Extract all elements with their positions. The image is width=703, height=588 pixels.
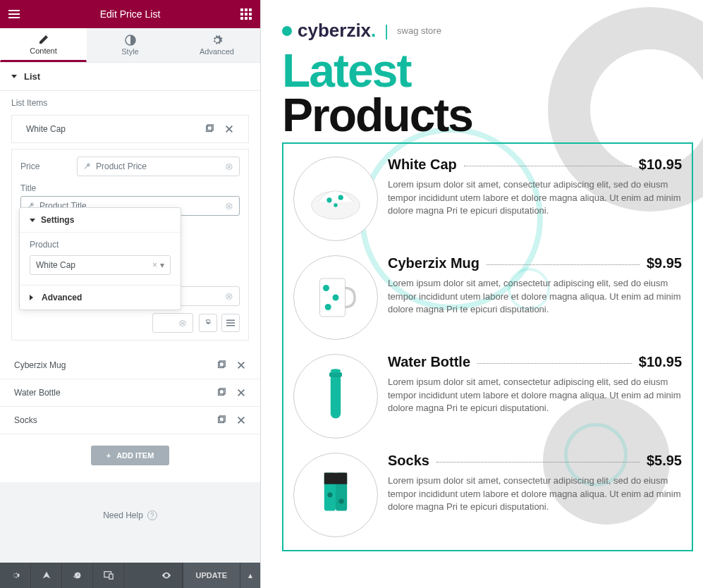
- duplicate-icon[interactable]: [216, 388, 226, 398]
- close-icon[interactable]: [236, 360, 246, 370]
- close-icon[interactable]: [236, 415, 246, 425]
- product-description: Lorem ipsum dolor sit amet, consectetur …: [388, 474, 682, 513]
- duplicate-icon[interactable]: [216, 360, 226, 370]
- responsive-icon[interactable]: [93, 563, 124, 588]
- list-item-socks[interactable]: Socks: [0, 407, 260, 434]
- product-image: [293, 354, 378, 439]
- gear-icon[interactable]: [199, 314, 217, 332]
- duplicate-icon[interactable]: [204, 124, 214, 134]
- brand-name: cyberzix.: [298, 20, 376, 42]
- product-title: White Cap: [388, 157, 457, 173]
- tab-content-label: Content: [30, 47, 57, 55]
- dotted-line: [436, 462, 640, 463]
- tab-advanced[interactable]: Advanced: [173, 28, 260, 62]
- apps-icon[interactable]: [240, 8, 252, 20]
- tab-style[interactable]: Style: [87, 28, 173, 62]
- svg-rect-2: [8, 17, 20, 18]
- wrench-icon: [83, 162, 92, 171]
- product-title: Cyberzix Mug: [388, 255, 479, 271]
- title-label: Title: [20, 183, 77, 193]
- hidden-input-2[interactable]: ⊗: [152, 313, 193, 333]
- svg-rect-10: [245, 17, 247, 20]
- chevron-down-icon: [30, 219, 35, 222]
- contrast-icon: [125, 35, 136, 46]
- svg-rect-16: [226, 320, 235, 321]
- svg-point-33: [333, 295, 339, 301]
- navigator-icon[interactable]: [31, 563, 62, 588]
- price-input[interactable]: Product Price ⊗: [77, 157, 240, 176]
- product-image: [293, 157, 378, 241]
- product-title: Socks: [388, 453, 429, 469]
- product-row: Water Bottle $10.95 Lorem ipsum dolor si…: [283, 347, 692, 446]
- hamburger-icon[interactable]: [8, 8, 20, 20]
- product-select-value: White Cap: [36, 260, 75, 270]
- product-image: [293, 453, 378, 537]
- close-icon[interactable]: [224, 124, 234, 134]
- list-items-label: List Items: [0, 91, 260, 115]
- product-price: $10.95: [639, 354, 682, 370]
- product-select[interactable]: White Cap × ▾: [30, 255, 171, 275]
- svg-rect-40: [324, 473, 347, 484]
- section-list-label: List: [24, 71, 40, 82]
- help-label: Need Help: [103, 510, 143, 520]
- svg-rect-9: [240, 17, 243, 20]
- chevron-right-icon: [30, 295, 36, 300]
- svg-rect-0: [8, 10, 20, 11]
- section-list[interactable]: List: [0, 63, 260, 91]
- list-item-white-cap[interactable]: White Cap: [11, 115, 249, 143]
- history-icon[interactable]: [62, 563, 93, 588]
- product-field-label: Product: [30, 240, 171, 250]
- select-clear-icon[interactable]: ×: [152, 260, 157, 270]
- list-icon[interactable]: [221, 314, 240, 332]
- list-item-label: White Cap: [26, 124, 66, 134]
- settings-icon[interactable]: [0, 563, 31, 588]
- svg-rect-3: [240, 8, 243, 11]
- product-description: Lorem ipsum dolor sit amet, consectetur …: [388, 376, 682, 415]
- tab-advanced-label: Advanced: [200, 47, 234, 56]
- list-item-cyberzix-mug[interactable]: Cyberzix Mug: [0, 352, 260, 379]
- clear-icon[interactable]: ⊗: [178, 317, 187, 329]
- svg-point-34: [325, 304, 331, 310]
- svg-point-29: [338, 195, 343, 200]
- help-icon: ?: [147, 510, 157, 520]
- preview-area: cyberzix. | swag store Latest Products W…: [261, 0, 703, 588]
- add-item-button[interactable]: + ADD ITEM: [91, 446, 170, 465]
- chevron-down-icon[interactable]: ▾: [160, 260, 164, 270]
- product-row: Socks $5.95 Lorem ipsum dolor sit amet, …: [283, 446, 692, 544]
- update-button[interactable]: UPDATE: [183, 563, 240, 588]
- preview-icon[interactable]: [152, 563, 183, 588]
- headline: Latest Products: [282, 49, 703, 137]
- svg-point-30: [334, 204, 337, 207]
- svg-point-41: [327, 493, 332, 498]
- duplicate-icon[interactable]: [216, 415, 226, 425]
- pencil-icon: [38, 34, 49, 45]
- bottom-bar: UPDATE ▴: [0, 563, 260, 588]
- brand: cyberzix. | swag store: [282, 20, 703, 42]
- tab-content[interactable]: Content: [0, 28, 87, 62]
- svg-point-28: [326, 198, 331, 203]
- product-description: Lorem ipsum dolor sit amet, consectetur …: [388, 277, 682, 316]
- item-editor: Price Product Price ⊗ Title Product Titl…: [11, 149, 249, 341]
- close-icon[interactable]: [236, 388, 246, 398]
- popover-settings-header[interactable]: Settings: [20, 208, 181, 233]
- help-area[interactable]: Need Help ?: [0, 482, 260, 563]
- list-item-water-bottle[interactable]: Water Bottle: [0, 379, 260, 407]
- product-price: $10.95: [639, 157, 682, 173]
- dotted-line: [477, 363, 632, 364]
- clear-icon[interactable]: ⊗: [225, 200, 233, 212]
- svg-rect-4: [245, 8, 247, 11]
- product-list[interactable]: White Cap $10.95 Lorem ipsum dolor sit a…: [282, 142, 693, 551]
- svg-rect-11: [249, 17, 252, 20]
- clear-icon[interactable]: ⊗: [225, 290, 233, 302]
- svg-rect-26: [109, 574, 112, 579]
- update-dropdown[interactable]: ▴: [240, 563, 260, 588]
- plus-icon: +: [106, 451, 111, 460]
- svg-rect-1: [8, 13, 20, 15]
- clear-icon[interactable]: ⊗: [225, 161, 233, 172]
- brand-subtitle: swag store: [397, 25, 441, 36]
- price-value: Product Price: [96, 161, 147, 171]
- list-item-label: Cyberzix Mug: [14, 360, 66, 370]
- popover-advanced-header[interactable]: Advanced: [20, 285, 181, 310]
- list-item-label: Socks: [14, 415, 37, 425]
- panel-body: List List Items White Cap Price Product …: [0, 63, 260, 563]
